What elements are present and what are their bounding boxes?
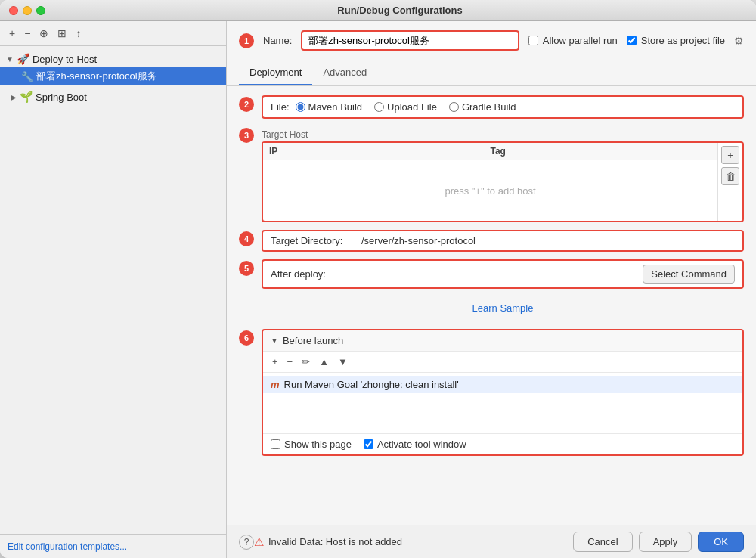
apply-button[interactable]: Apply — [639, 532, 692, 552]
config-header: 1 Name: Allow parallel run Store as proj… — [227, 21, 756, 60]
bl-add-button[interactable]: + — [269, 355, 281, 369]
sidebar: + − ⊕ ⊞ ↕ ▼ 🚀 Deploy to Host 🔧 部署zh-sens… — [0, 21, 227, 558]
show-page-label: Show this page — [284, 439, 352, 450]
bottom-bar: ? ⚠ Invalid Data: Host is not added Canc… — [227, 525, 756, 558]
before-launch-title: Before launch — [283, 335, 343, 346]
invalid-data-text: Invalid Data: Host is not added — [268, 536, 402, 547]
section-target-dir: 4 Target Directory: — [239, 230, 744, 252]
tree-group-spring: ▶ 🌱 Spring Boot — [0, 87, 226, 107]
step-badge-6: 6 — [239, 330, 254, 346]
header-options: Allow parallel run Store as project file… — [528, 35, 744, 47]
folder-icon: 🚀 — [17, 53, 29, 65]
invalid-data-area: ⚠ Invalid Data: Host is not added — [254, 535, 573, 549]
learn-sample-area: Learn Sample — [239, 296, 744, 329]
upload-file-radio[interactable] — [374, 102, 384, 112]
learn-sample-link[interactable]: Learn Sample — [262, 299, 744, 317]
section-file: 2 File: Maven Build — [239, 95, 744, 119]
before-launch-header: ▼ Before launch — [263, 330, 742, 352]
section-target-host: 3 Target Host IP Tag pres — [239, 126, 744, 222]
help-icon[interactable]: ? — [239, 535, 254, 550]
store-project-checkbox[interactable] — [627, 36, 637, 45]
store-project-group: Store as project file — [627, 35, 725, 46]
target-host-table: IP Tag press "+" to add host — [263, 143, 717, 221]
maven-build-option[interactable]: Maven Build — [296, 101, 363, 113]
table-header-row: IP Tag — [263, 143, 717, 160]
right-panel: 1 Name: Allow parallel run Store as proj… — [227, 21, 756, 558]
name-label: Name: — [263, 35, 292, 46]
spring-icon: 🌱 — [20, 91, 33, 103]
show-page-group: Show this page — [271, 439, 352, 450]
ip-column-header: IP — [269, 146, 491, 157]
footer-options: Show this page Activate tool window — [263, 433, 742, 454]
add-host-button[interactable]: + — [721, 146, 739, 164]
activate-tool-label: Activate tool window — [377, 439, 466, 450]
before-launch-section: ▼ Before launch + − ✏ ▲ ▼ — [262, 329, 744, 456]
step-badge-4: 4 — [239, 231, 254, 246]
add-config-button[interactable]: + — [6, 26, 18, 41]
chevron-right-icon: ▶ — [11, 93, 17, 101]
before-launch-chevron-icon[interactable]: ▼ — [271, 336, 278, 345]
allow-parallel-label: Allow parallel run — [543, 35, 618, 46]
activate-tool-group: Activate tool window — [364, 439, 466, 450]
target-host-inner: IP Tag press "+" to add host + 🗑 — [263, 143, 742, 221]
before-launch-list: m Run Maven Goal 'zhonghe: clean install… — [263, 373, 742, 433]
bl-edit-button[interactable]: ✏ — [299, 355, 313, 369]
tag-column-header: Tag — [491, 146, 712, 157]
step-badge-2: 2 — [239, 97, 254, 112]
upload-file-option[interactable]: Upload File — [374, 101, 437, 113]
minimize-button[interactable] — [23, 6, 32, 15]
main-content: + − ⊕ ⊞ ↕ ▼ 🚀 Deploy to Host 🔧 部署zh-sens… — [0, 21, 756, 558]
config-body: 2 File: Maven Build — [227, 86, 756, 525]
after-deploy-input[interactable] — [345, 268, 637, 280]
tab-advanced[interactable]: Advanced — [312, 60, 377, 85]
remove-config-button[interactable]: − — [21, 26, 33, 41]
close-button[interactable] — [9, 6, 18, 15]
error-icon: ⚠ — [254, 535, 264, 549]
step-badge-3: 3 — [239, 128, 254, 143]
bl-down-button[interactable]: ▼ — [335, 355, 351, 369]
maximize-button[interactable] — [36, 6, 45, 15]
tree-group-header-deploy[interactable]: ▼ 🚀 Deploy to Host — [0, 51, 226, 67]
target-host-title: Target Host — [262, 126, 744, 141]
share-config-button[interactable]: ⊞ — [54, 26, 70, 41]
allow-parallel-checkbox[interactable] — [528, 36, 538, 45]
sort-config-button[interactable]: ↕ — [73, 26, 84, 41]
select-command-button[interactable]: Select Command — [643, 265, 735, 284]
remove-host-button[interactable]: 🗑 — [721, 167, 739, 185]
tree-group-header-spring[interactable]: ▶ 🌱 Spring Boot — [0, 88, 226, 105]
section-after-deploy: 5 After deploy: Select Command — [239, 259, 744, 289]
title-bar: Run/Debug Configurations — [0, 0, 756, 21]
sidebar-group-deploy-label: Deploy to Host — [33, 54, 97, 65]
show-page-checkbox[interactable] — [271, 439, 280, 449]
dialog-buttons: Cancel Apply OK — [573, 532, 744, 552]
gradle-build-radio[interactable] — [449, 102, 459, 112]
bl-remove-button[interactable]: − — [284, 355, 296, 369]
activate-tool-checkbox[interactable] — [364, 439, 373, 449]
tab-deployment[interactable]: Deployment — [239, 60, 312, 85]
config-icon: 🔧 — [21, 71, 33, 82]
gear-icon[interactable]: ⚙ — [734, 35, 744, 47]
gradle-build-option[interactable]: Gradle Build — [449, 101, 516, 113]
after-deploy-row: After deploy: Select Command — [262, 259, 744, 289]
maven-icon: m — [271, 379, 280, 390]
bl-up-button[interactable]: ▲ — [316, 355, 332, 369]
target-dir-row: Target Directory: — [262, 230, 744, 252]
sidebar-footer: Edit configuration templates... — [0, 534, 226, 558]
ok-button[interactable]: OK — [698, 532, 744, 552]
edit-templates-link[interactable]: Edit configuration templates... — [8, 541, 127, 552]
cancel-button[interactable]: Cancel — [573, 532, 632, 552]
target-dir-input[interactable] — [361, 235, 735, 246]
store-project-label: Store as project file — [641, 35, 725, 46]
sidebar-group-spring-label: Spring Boot — [36, 91, 87, 103]
bl-list-item[interactable]: m Run Maven Goal 'zhonghe: clean install… — [263, 376, 742, 393]
allow-parallel-group: Allow parallel run — [528, 35, 618, 46]
name-input[interactable] — [301, 30, 519, 51]
gradle-build-label: Gradle Build — [462, 101, 516, 113]
step-badge-1: 1 — [239, 33, 254, 48]
sidebar-item-deploy-service[interactable]: 🔧 部署zh-sensor-protocol服务 — [0, 67, 226, 85]
file-radio-group: Maven Build Upload File Gradle Build — [296, 101, 516, 113]
maven-build-radio[interactable] — [296, 102, 305, 112]
host-actions: + 🗑 — [717, 143, 742, 221]
chevron-down-icon: ▼ — [6, 55, 14, 64]
copy-config-button[interactable]: ⊕ — [36, 26, 51, 41]
